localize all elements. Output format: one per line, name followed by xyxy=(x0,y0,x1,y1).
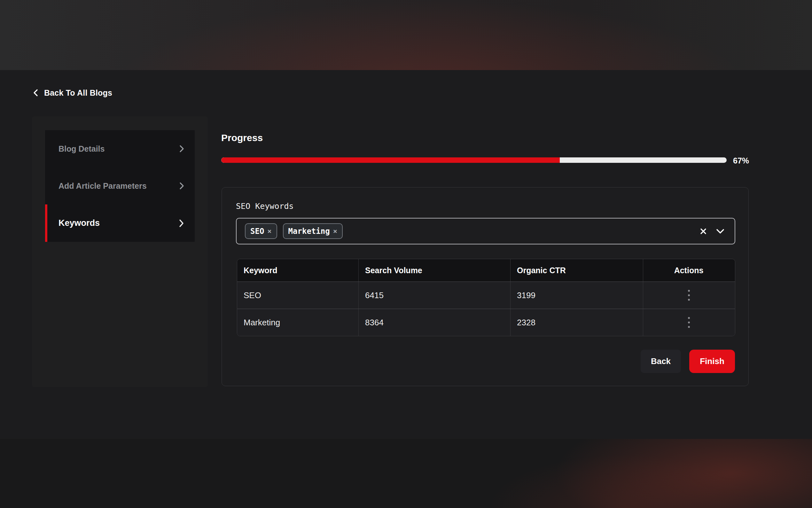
chevron-right-icon xyxy=(178,182,185,190)
chevron-right-icon xyxy=(178,219,185,228)
back-button[interactable]: Back xyxy=(641,350,681,373)
sidebar-item-blog-details[interactable]: Blog Details xyxy=(45,130,195,167)
seo-keywords-field-label: SEO Keywords xyxy=(236,202,294,211)
cell-search-volume: 8364 xyxy=(359,309,510,336)
chip-label: Marketing xyxy=(288,227,330,236)
multiselect-controls xyxy=(700,227,725,235)
chevron-right-icon xyxy=(178,144,185,153)
column-header-actions: Actions xyxy=(643,259,734,282)
keyword-chip: SEO × xyxy=(245,223,277,239)
sidebar-item-add-article-parameters[interactable]: Add Article Parameters xyxy=(45,167,195,204)
step-label: Keywords xyxy=(58,218,100,228)
wizard-steps-list: Blog Details Add Article Parameters Keyw… xyxy=(45,130,195,242)
chip-remove-x-icon[interactable]: × xyxy=(267,228,272,235)
row-actions-kebab-icon[interactable] xyxy=(686,288,692,303)
progress-bar xyxy=(221,157,727,163)
column-header-keyword: Keyword xyxy=(237,259,359,282)
column-header-organic-ctr: Organic CTR xyxy=(510,259,643,282)
table-header-row: Keyword Search Volume Organic CTR Action… xyxy=(237,259,735,282)
cell-organic-ctr: 2328 xyxy=(510,309,643,336)
hero-background-top xyxy=(0,0,812,70)
chevron-left-icon xyxy=(32,88,40,97)
cell-keyword: SEO xyxy=(237,282,359,309)
cell-organic-ctr: 3199 xyxy=(510,282,643,309)
chevron-down-icon[interactable] xyxy=(715,228,725,235)
clear-all-x-icon[interactable] xyxy=(700,227,707,235)
progress-percent: 67% xyxy=(733,156,749,165)
step-label: Blog Details xyxy=(58,144,104,154)
finish-button[interactable]: Finish xyxy=(689,350,735,373)
keyword-chip: Marketing × xyxy=(283,223,343,239)
seo-keywords-card: SEO Keywords SEO × Marketing × Keywo xyxy=(222,187,749,386)
step-label: Add Article Parameters xyxy=(58,181,147,190)
sidebar-item-keywords[interactable]: Keywords xyxy=(45,204,195,242)
column-header-search-volume: Search Volume xyxy=(359,259,510,282)
keywords-table: Keyword Search Volume Organic CTR Action… xyxy=(237,259,735,336)
chip-label: SEO xyxy=(250,227,264,236)
app-screen: Back To All Blogs Blog Details Add Artic… xyxy=(0,0,812,508)
chip-remove-x-icon[interactable]: × xyxy=(333,228,337,235)
hero-background-bottom xyxy=(0,439,812,508)
progress-bar-fill xyxy=(221,157,560,163)
table-row: SEO 6415 3199 xyxy=(237,282,735,309)
back-link-label: Back To All Blogs xyxy=(44,88,112,97)
back-to-all-blogs-link[interactable]: Back To All Blogs xyxy=(32,86,112,99)
row-actions-kebab-icon[interactable] xyxy=(686,315,692,330)
progress-title: Progress xyxy=(221,132,263,143)
wizard-steps-sidebar: Blog Details Add Article Parameters Keyw… xyxy=(32,117,208,387)
cell-search-volume: 6415 xyxy=(359,282,510,309)
card-footer: Back Finish xyxy=(641,350,735,373)
cell-keyword: Marketing xyxy=(237,309,359,336)
table-row: Marketing 8364 2328 xyxy=(237,309,735,336)
seo-keywords-multiselect[interactable]: SEO × Marketing × xyxy=(236,218,735,244)
